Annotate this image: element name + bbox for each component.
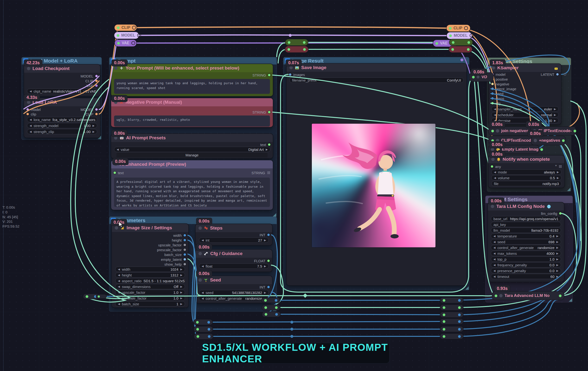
widget-llm-seed[interactable]: ◀seed698▶ [491,239,561,244]
node-plus-negatives[interactable]: +negatives [531,136,565,145]
reroute-bus-a3[interactable] [262,312,280,317]
input-dot[interactable] [491,130,494,132]
reroute-bus-a2[interactable] [262,305,280,310]
input-latent-image[interactable]: latent_image [491,87,516,91]
widget-height[interactable]: ◀height1312▶ [115,272,185,278]
node-cfg-guidance[interactable]: Cfg / Guidance FLOAT ◀float7.5▶ [196,250,272,272]
widget-swap-dimensions[interactable]: ◀swap_dimensionsOff▶ [115,284,185,289]
reroute-mini-2[interactable] [96,295,106,298]
reroute-model-right[interactable]: MODEL [447,32,472,39]
comfyui-canvas[interactable]: 1 Load Model + LoRA 2 Prompt 3 Parameter… [0,0,588,371]
output-model[interactable]: MODEL [81,107,98,112]
prompt-textarea[interactable]: young woman anime wearing tank top and l… [114,79,270,94]
negative-textarea[interactable]: ugly, blurry, crowded, realistic, photo [114,116,270,127]
widget-aspect-ratio[interactable]: ◀aspect_ratioSD1.5 - 1:1 square 512x512▶ [115,278,185,283]
output-width[interactable]: width [173,233,186,237]
output-string[interactable]: STRING [252,170,270,175]
widget-file[interactable]: filenotify.mp3 [491,181,562,186]
output-float[interactable]: FLOAT [254,259,270,263]
reroute-bus-c3[interactable] [440,312,463,317]
output-string[interactable]: STRING [252,73,270,77]
widget-ckpt-name[interactable]: ◀ ckpt_name realisticVisionV51_v51VAE.s.… [27,89,97,94]
widget-llm-model[interactable]: llm_modelllama3-70b-8192 [491,228,561,233]
node-tara-llm-config[interactable]: Tara LLM Config Node llm_config base_url… [488,202,564,282]
input-cfg[interactable]: cfg [491,101,500,105]
output-text[interactable]: text [260,142,270,147]
node-ksampler[interactable]: KSampler model positive negative latent_… [489,64,561,124]
widget-batch-size[interactable]: ◀batch_size1▶ [115,301,185,307]
input-text[interactable]: text [114,170,124,175]
clip-port-dot[interactable] [95,80,98,82]
output-dot[interactable] [574,130,576,132]
widget-strength-model[interactable]: ◀strength_model1.00▶ [27,123,97,128]
input-steps[interactable]: steps [491,96,504,101]
widget-api-key[interactable]: api_key [491,222,561,227]
input-model[interactable]: model [26,107,41,112]
output-empty-latent[interactable]: empty_latent [161,257,186,262]
output-dot[interactable] [540,148,543,151]
output-dot[interactable] [559,295,562,297]
widget-frequency-penalty[interactable]: ◀frequency_penalty0.0▶ [491,262,561,267]
node-load-lora[interactable]: Load LoRA model clip MODEL CLIP ◀lora_na… [24,98,100,138]
input-clip[interactable]: clip [26,112,36,116]
mute-dot-icon[interactable] [27,67,30,70]
output-dot[interactable] [562,139,565,142]
widget-top-p[interactable]: ◀top_p1.0▶ [491,256,561,262]
reroute-bus-c1[interactable] [440,298,463,303]
input-any[interactable]: any [491,164,501,169]
reroute-bus-a1[interactable] [262,298,280,303]
output-height[interactable]: height [172,238,186,242]
node-image-size[interactable]: Image Size / Settings width height upsca… [112,224,188,307]
reroute-positive-right[interactable] [449,39,472,45]
node-ai-prompt-presets[interactable]: AI Prompt Presets text ◀valueDigital Art… [111,134,273,158]
node-tara-advanced-llm[interactable]: Tara Advanced LLM No [492,292,564,300]
widget-control-after-generate[interactable]: ◀control_after_generaterandomize▶ [199,296,269,301]
widget-volume[interactable]: ◀volume0.5▶ [491,175,562,180]
output-show-help[interactable]: show_help [164,262,186,266]
input-model[interactable]: model [491,72,505,76]
output-llm-config[interactable]: llm_config [541,211,562,216]
reroute-bus-b2[interactable] [194,327,213,332]
widget-lora-name[interactable]: ◀lora_namefca_style_v3.2.safetensors▶ [27,117,97,122]
widget-max-tokens[interactable]: ◀max_tokens4000▶ [491,251,561,256]
input-dot[interactable] [472,76,475,78]
decrement-arrow-icon[interactable]: ◀ [30,90,32,93]
output-prescale-factor[interactable]: prescale_factor [157,248,186,252]
reroute-clip-left[interactable]: CLIP [115,24,137,31]
reroute-model-left[interactable]: MODEL [114,32,139,39]
widget-upscale-factor[interactable]: ◀upscale_factor1.0▶ [115,290,185,295]
node-steps[interactable]: Steps INT ◀int27▶ [196,224,272,245]
widget-int[interactable]: ◀int27▶ [199,237,269,243]
output-clip[interactable]: CLIP [85,112,98,116]
widget-mode[interactable]: ◀modealways▶ [491,169,562,175]
reroute-bus-b3[interactable] [194,334,213,339]
output-model[interactable]: MODEL [81,74,98,78]
model-port-dot[interactable] [95,75,98,77]
enhanced-textarea[interactable]: A professional digital art of a vibrant,… [114,178,270,207]
input-images[interactable]: images [289,73,305,77]
output-int[interactable]: INT [260,285,270,289]
node-ai-enhanced-prompt[interactable]: AI Enhanced Prompt (Preview) text STRING… [111,160,273,210]
node-join-negatives[interactable]: join negatives [489,127,532,135]
output-batch-size[interactable]: batch_size [164,252,186,257]
reroute-bus-b1[interactable] [194,319,212,325]
output-string[interactable]: STRING [252,110,270,114]
output-latent[interactable]: LATENT [541,72,559,76]
reroute-negative-right[interactable] [449,46,472,53]
generated-image-preview[interactable] [312,124,435,247]
widget-temperature[interactable]: ◀temperature0.4▶ [491,233,561,239]
widget-timeout[interactable]: ◀timeout60▶ [491,274,561,279]
input-seed[interactable]: seed [491,91,504,96]
widget-width[interactable]: ◀width1024▶ [115,266,185,272]
mute-dot-icon[interactable] [27,101,30,104]
node-your-prompt[interactable]: Your Prompt (Will be enhanced, select pr… [111,64,273,96]
widget-preset-value[interactable]: ◀valueDigital Art▶ [114,147,270,152]
vae-port-dot[interactable] [95,85,98,87]
node-notify-when-complete[interactable]: Notify when complete any * ◀modealways▶ … [488,155,564,188]
widget-seed[interactable]: ◀seed541388788130282▶ [199,290,269,295]
widget-base-url[interactable]: base_urlhttps://api.groq.com/openai/v1 [491,216,561,221]
widget-float[interactable]: ◀float7.5▶ [199,264,269,269]
reroute-bus-c6[interactable] [440,334,463,339]
node-negative-prompt[interactable]: Negative Prompt (Manual) STRING ugly, bl… [111,98,273,127]
output-vae[interactable]: VAE [86,84,98,88]
